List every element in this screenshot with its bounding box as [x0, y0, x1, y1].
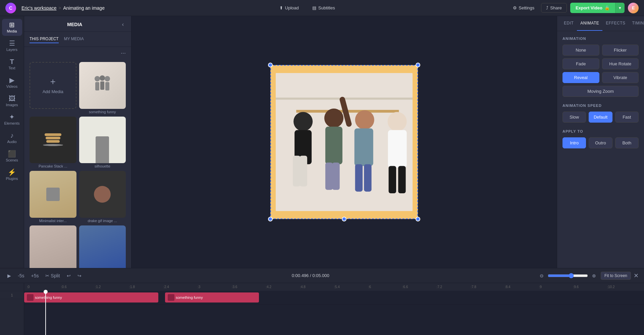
- fit-to-screen-button[interactable]: Fit to Screen: [601, 272, 631, 280]
- tab-this-project[interactable]: THIS PROJECT: [30, 35, 59, 43]
- timeline-track-numbers: 1: [0, 283, 24, 335]
- split-button[interactable]: ✂ ✂ SplitSplit: [43, 272, 62, 280]
- tab-effects[interactable]: EFFECTS: [602, 16, 629, 31]
- ruler-mark: :3: [198, 285, 232, 289]
- apply-section-title: APPLY TO: [562, 129, 639, 133]
- animation-vibrate-button[interactable]: Vibrate: [602, 72, 639, 83]
- media-thumbnail-something-funny[interactable]: [79, 62, 126, 109]
- animation-reveal-button[interactable]: Reveal: [562, 72, 599, 83]
- timeline-close-button[interactable]: ✕: [634, 272, 639, 279]
- sidebar-item-videos[interactable]: ▶ Videos: [2, 74, 22, 91]
- media-thumbnail-pancake[interactable]: [30, 117, 76, 163]
- pancake-stack-visual: [43, 133, 63, 146]
- main-area: ⊞ Media ☰ Layers T Text ▶ Videos 🖼 Image…: [0, 16, 644, 268]
- upload-button[interactable]: ⬆ Upload: [276, 3, 302, 12]
- media-thumbnail-minimalist[interactable]: [30, 171, 76, 218]
- animation-none-button[interactable]: None: [562, 45, 599, 56]
- ruler-marks: :0 :0.6 :1.2 :1.8 :2.4 :3 :3.6 :4.2 :4.8…: [27, 285, 641, 289]
- ruler-mark: :4.8: [300, 285, 334, 289]
- media-panel-close-button[interactable]: ‹: [120, 21, 126, 28]
- share-icon: ⤴: [546, 5, 548, 10]
- apply-both-button[interactable]: Both: [615, 137, 639, 148]
- handle-bottom-left[interactable]: [268, 217, 273, 221]
- tab-my-media[interactable]: MY MEDIA: [64, 35, 84, 43]
- settings-button[interactable]: ⚙ Settings: [509, 3, 538, 12]
- media-more-button[interactable]: ···: [121, 50, 126, 57]
- list-item: drake gif image ...: [79, 171, 126, 223]
- media-thumbnail-drake[interactable]: [79, 171, 126, 218]
- tab-edit[interactable]: EDIT: [560, 16, 577, 31]
- export-video-button[interactable]: Export Video 🔒: [570, 3, 615, 13]
- animation-flicker-button[interactable]: Flicker: [602, 45, 639, 56]
- media-panel-tabs: THIS PROJECT MY MEDIA: [24, 32, 131, 47]
- app-logo[interactable]: C: [5, 3, 16, 13]
- play-button[interactable]: ▶: [5, 272, 13, 280]
- left-sidebar: ⊞ Media ☰ Layers T Text ▶ Videos 🖼 Image…: [0, 16, 24, 268]
- avatar[interactable]: E: [628, 3, 639, 13]
- sidebar-item-plugins[interactable]: ⚡ Plugins: [2, 166, 22, 183]
- zoom-slider[interactable]: [548, 273, 588, 278]
- minimalist-image: [30, 171, 76, 218]
- woman-image: [30, 225, 76, 268]
- media-thumbnail-silhouette[interactable]: [79, 117, 126, 163]
- redo-button[interactable]: ↪: [75, 272, 84, 280]
- media-thumbnail-travel[interactable]: [79, 225, 126, 268]
- timeline-playhead[interactable]: [45, 291, 46, 335]
- drake-image: [79, 171, 126, 218]
- silhouette-shape-visual: [96, 136, 109, 163]
- handle-bottom-right[interactable]: [416, 217, 420, 221]
- timeline-ruler: :0 :0.6 :1.2 :1.8 :2.4 :3 :3.6 :4.2 :4.8…: [24, 283, 644, 291]
- speed-section-title: ANIMATION SPEED: [562, 104, 639, 108]
- apply-outro-button[interactable]: Outro: [589, 137, 612, 148]
- handle-bottom-center[interactable]: [342, 217, 346, 221]
- sidebar-item-label: Scenes: [6, 158, 18, 162]
- animation-fade-button[interactable]: Fade: [562, 58, 599, 69]
- timeline-scroll-area[interactable]: :0 :0.6 :1.2 :1.8 :2.4 :3 :3.6 :4.2 :4.8…: [24, 283, 644, 335]
- subtitles-button[interactable]: ▤ Subtitles: [309, 3, 338, 12]
- speed-slow-button[interactable]: Slow: [562, 112, 586, 123]
- ruler-mark: :10.2: [607, 285, 641, 289]
- sidebar-item-scenes[interactable]: ⬛ Scenes: [2, 148, 22, 165]
- animation-moving-zoom-button[interactable]: Moving Zoom: [562, 86, 639, 97]
- zoom-out-button[interactable]: ⊖: [538, 272, 546, 280]
- right-panel: EDIT ANIMATE EFFECTS TIMING ANIMATION No…: [557, 16, 644, 268]
- people-silhouette: [92, 72, 112, 99]
- timeline-clip-2[interactable]: something funny: [165, 292, 259, 303]
- lock-icon: 🔒: [604, 5, 610, 10]
- sidebar-item-media[interactable]: ⊞ Media: [2, 19, 22, 36]
- svg-point-4: [105, 76, 110, 81]
- animation-hue-rotate-button[interactable]: Hue Rotate: [602, 58, 639, 69]
- share-button[interactable]: ⤴ Share: [541, 3, 567, 13]
- timeline-zoom-controls: ⊖ ⊕: [538, 272, 598, 280]
- svg-rect-23: [388, 130, 407, 168]
- media-item-label: Minimalist inter...: [30, 219, 76, 223]
- clip-label-2: something funny: [176, 295, 203, 299]
- add-media-button[interactable]: + Add Media: [30, 62, 76, 109]
- speed-fast-button[interactable]: Fast: [615, 112, 639, 123]
- workspace-link[interactable]: Eric's workspace: [21, 5, 57, 11]
- sidebar-item-text[interactable]: T Text: [2, 56, 22, 73]
- skip-back-button[interactable]: -5s: [16, 272, 26, 280]
- timeline-clip-1[interactable]: something funny: [24, 292, 158, 303]
- tab-timing[interactable]: TIMING: [629, 16, 644, 31]
- minimalist-object: [46, 188, 60, 201]
- canvas-area: [131, 16, 557, 268]
- svg-point-2: [100, 75, 105, 81]
- svg-rect-5: [105, 82, 109, 90]
- sidebar-item-images[interactable]: 🖼 Images: [2, 92, 22, 110]
- apply-intro-button[interactable]: Intro: [562, 137, 586, 148]
- sidebar-item-elements[interactable]: ✦ Elements: [2, 111, 22, 128]
- sidebar-item-layers[interactable]: ☰ Layers: [2, 37, 22, 54]
- tab-animate[interactable]: ANIMATE: [577, 16, 602, 31]
- speed-default-button[interactable]: Default: [589, 112, 612, 123]
- media-thumbnail-woman[interactable]: [30, 225, 76, 268]
- sidebar-item-audio[interactable]: ♪ Audio: [2, 129, 22, 146]
- zoom-in-button[interactable]: ⊕: [590, 272, 598, 280]
- skip-forward-button[interactable]: +5s: [29, 272, 41, 280]
- canvas-frame[interactable]: [270, 65, 418, 219]
- export-dropdown-button[interactable]: ▾: [615, 3, 625, 13]
- handle-top-left[interactable]: [268, 63, 273, 67]
- undo-button[interactable]: ↩: [65, 272, 73, 280]
- handle-top-right[interactable]: [416, 63, 420, 67]
- ruler-mark: :9.6: [573, 285, 607, 289]
